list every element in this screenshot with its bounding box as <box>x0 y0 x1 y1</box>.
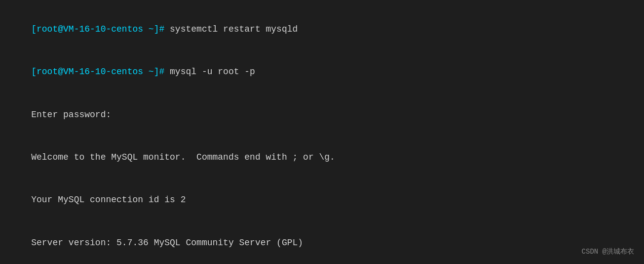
terminal-line-5: Your MySQL connection id is 2 <box>10 179 634 221</box>
terminal-line-4: Welcome to the MySQL monitor. Commands e… <box>10 136 634 178</box>
prompt-2: [root@VM-16-10-centos ~]# <box>31 67 164 77</box>
watermark-text: CSDN @洪城布衣 <box>582 247 634 256</box>
terminal-line-2: [root@VM-16-10-centos ~]# mysql -u root … <box>10 50 634 93</box>
terminal-line-3: Enter password: <box>10 93 634 136</box>
terminal-line-1: [root@VM-16-10-centos ~]# systemctl rest… <box>10 8 634 50</box>
prompt-1: [root@VM-16-10-centos ~]# <box>31 24 164 34</box>
terminal-line-6: Server version: 5.7.36 MySQL Community S… <box>10 221 634 264</box>
terminal-window[interactable]: [root@VM-16-10-centos ~]# systemctl rest… <box>0 0 644 264</box>
